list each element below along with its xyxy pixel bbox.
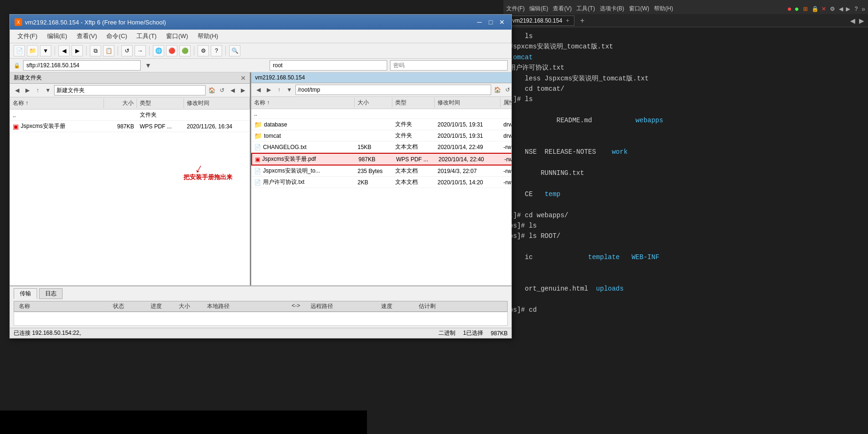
r-readme-name: Jspxcms安装说明_to... bbox=[263, 167, 320, 175]
tb-forward-btn[interactable]: ▶ bbox=[72, 45, 83, 56]
tb-paste-btn[interactable]: 📋 bbox=[103, 45, 114, 56]
menu-tools[interactable]: 工具(T) bbox=[133, 31, 160, 41]
term-icon-2[interactable]: ● bbox=[795, 5, 799, 13]
tb-back-btn[interactable]: ◀ bbox=[58, 45, 70, 56]
right-path-input[interactable] bbox=[295, 85, 491, 95]
left-arrow-prev[interactable]: ◀ bbox=[228, 86, 237, 95]
term-menu-edit[interactable]: 编辑(E) bbox=[529, 5, 548, 13]
transfer-col-progress: 进度 bbox=[148, 302, 176, 310]
term-icon-7[interactable]: ◀ bbox=[839, 6, 843, 12]
r-license-date: 2020/10/15, 14:20 bbox=[435, 179, 501, 186]
menu-edit[interactable]: 编辑(E) bbox=[43, 31, 71, 41]
left-file-row-pdf[interactable]: ▣ Jspxcms安装手册 987KB WPS PDF ... 2020/11/… bbox=[10, 121, 250, 132]
new-tab-btn[interactable]: + bbox=[580, 16, 584, 25]
left-panel-tab[interactable]: 新建文件夹 ✕ bbox=[10, 72, 250, 84]
xftp-addr-bar: 🔒 ▼ bbox=[10, 59, 511, 72]
menu-view[interactable]: 查看(V) bbox=[73, 31, 101, 41]
term-menu-tab[interactable]: 选项卡(B) bbox=[600, 5, 624, 13]
tb-settings-btn[interactable]: ⚙ bbox=[198, 45, 209, 56]
right-row-readme[interactable]: 📄 Jspxcms安装说明_to... 235 Bytes 文本文档 2019/… bbox=[251, 166, 511, 177]
tb-sep-3 bbox=[118, 46, 118, 55]
tb-new-btn[interactable]: 📄 bbox=[14, 45, 25, 56]
right-up-btn[interactable]: ↑ bbox=[275, 86, 283, 94]
right-panel-tab[interactable]: vm2192.168.50.154 ✕ bbox=[251, 72, 511, 83]
left-path-input[interactable] bbox=[54, 85, 206, 95]
right-row-license[interactable]: 📄 用户许可协议.txt 2KB 文本文档 2020/10/15, 14:20 … bbox=[251, 177, 511, 188]
right-row-changelog[interactable]: 📄 CHANGELOG.txt 15KB 文本文档 2020/10/14, 22… bbox=[251, 142, 511, 153]
left-arrow-next[interactable]: ▶ bbox=[239, 86, 247, 95]
left-file-row-dotdot[interactable]: .. 文件夹 bbox=[10, 110, 250, 121]
term-line-15: ps]# ls ROOT/ bbox=[509, 231, 862, 241]
left-dropdown-btn[interactable]: ▼ bbox=[44, 86, 52, 95]
tb-help-btn[interactable]: ? bbox=[211, 45, 222, 56]
right-home-btn[interactable]: 🏠 bbox=[493, 86, 502, 94]
term-tab-prev[interactable]: ◀ bbox=[850, 17, 855, 24]
terminal-tab-active[interactable]: vm2192.168.50.154 + bbox=[507, 16, 574, 26]
tb-globe-btn[interactable]: 🌐 bbox=[153, 45, 164, 56]
minimize-button[interactable]: ─ bbox=[475, 17, 484, 27]
menu-window[interactable]: 窗口(W) bbox=[162, 31, 192, 41]
term-icon-help[interactable]: ? bbox=[855, 6, 858, 12]
menu-command[interactable]: 命令(C) bbox=[103, 31, 131, 41]
term-menu-file[interactable]: 文件(F) bbox=[506, 5, 525, 13]
term-menu-window[interactable]: 窗口(W) bbox=[629, 5, 649, 13]
left-back-btn[interactable]: ◀ bbox=[13, 86, 21, 95]
left-tab-close[interactable]: ✕ bbox=[240, 74, 246, 82]
term-icon-5[interactable]: ✕ bbox=[821, 6, 826, 12]
terminal-tab-close[interactable]: + bbox=[566, 17, 569, 24]
left-up-btn[interactable]: ↑ bbox=[33, 86, 42, 95]
menu-help[interactable]: 帮助(H) bbox=[194, 31, 222, 41]
password-input[interactable] bbox=[390, 60, 508, 71]
r-pdf-name-cell: ▣ Jspxcms安装手册.pdf bbox=[252, 155, 356, 164]
right-row-dotdot[interactable]: .. bbox=[251, 109, 511, 119]
right-row-database[interactable]: 📁 database 文件夹 2020/10/15, 19:31 drwx bbox=[251, 119, 511, 130]
tb-copy-btn[interactable]: ⧉ bbox=[90, 45, 101, 56]
right-forward-btn[interactable]: ▶ bbox=[264, 86, 273, 94]
term-expand-icon[interactable]: » bbox=[861, 5, 865, 13]
r-dotdot-name: .. bbox=[251, 110, 355, 118]
term-menu-help[interactable]: 帮助(H) bbox=[654, 5, 673, 13]
xftp-title: vm2192.168.50.154 - Xftp 6 (Free for Hom… bbox=[25, 19, 166, 26]
xftp-toolbar: 📄 📁 ▼ ◀ ▶ ⧉ 📋 ↺ → 🌐 🔴 🟢 ⚙ ? 🔍 bbox=[10, 43, 511, 59]
r-pdf-attr: -rw-r bbox=[502, 156, 511, 163]
term-icon-6[interactable]: ⚙ bbox=[830, 6, 835, 12]
term-menu-tools[interactable]: 工具(T) bbox=[576, 5, 595, 13]
addr-input[interactable] bbox=[23, 60, 141, 71]
maximize-button[interactable]: □ bbox=[486, 17, 495, 27]
selected-count: 1已选择 bbox=[463, 329, 483, 337]
left-home-btn[interactable]: 🏠 bbox=[207, 86, 216, 95]
left-refresh-btn[interactable]: ↺ bbox=[218, 86, 226, 95]
right-row-manual-pdf[interactable]: ▣ Jspxcms安装手册.pdf 987KB WPS PDF ... 2020… bbox=[251, 153, 511, 166]
menu-file[interactable]: 文件(F) bbox=[14, 31, 41, 41]
tb-open-btn[interactable]: 📁 bbox=[27, 45, 38, 56]
tb-dropdown-btn[interactable]: ▼ bbox=[40, 45, 51, 56]
left-forward-btn[interactable]: ▶ bbox=[23, 86, 32, 95]
term-icon-8[interactable]: ▶ bbox=[846, 6, 850, 12]
tb-arrow-btn[interactable]: → bbox=[135, 45, 146, 56]
right-back-btn[interactable]: ◀ bbox=[254, 86, 263, 94]
transfer-col-local: 本地路径 bbox=[204, 302, 289, 310]
log-tab[interactable]: 日志 bbox=[39, 288, 63, 299]
right-row-tomcat[interactable]: 📁 tomcat 文件夹 2020/10/15, 19:31 drwx bbox=[251, 130, 511, 142]
term-icon-4[interactable]: 🔒 bbox=[812, 6, 819, 12]
r-tomcat-size bbox=[355, 135, 392, 136]
user-input[interactable] bbox=[270, 60, 387, 71]
tb-sep-5 bbox=[194, 46, 194, 55]
tb-sep-2 bbox=[86, 46, 87, 55]
transfer-tab-active[interactable]: 传输 bbox=[14, 288, 37, 299]
term-icon-1[interactable]: ● bbox=[787, 5, 792, 13]
tb-search-btn[interactable]: 🔍 bbox=[229, 45, 240, 56]
term-menu-view[interactable]: 查看(V) bbox=[553, 5, 572, 13]
term-tab-next[interactable]: ▶ bbox=[859, 17, 864, 24]
tb-disconnect-btn[interactable]: 🟢 bbox=[179, 45, 191, 56]
right-refresh-btn[interactable]: ↺ bbox=[503, 86, 511, 94]
col-size-label: 大小 bbox=[104, 98, 137, 108]
close-button[interactable]: ✕ bbox=[497, 17, 507, 27]
term-icon-3[interactable]: ⊞ bbox=[803, 6, 808, 12]
xftp-menu-bar: 文件(F) 编辑(E) 查看(V) 命令(C) 工具(T) 窗口(W) 帮助(H… bbox=[10, 30, 511, 43]
tb-connect-btn[interactable]: 🔴 bbox=[166, 45, 177, 56]
addr-dropdown-btn[interactable]: ▼ bbox=[143, 61, 153, 70]
r-pdf-date: 2020/10/14, 22:40 bbox=[436, 156, 502, 163]
right-dropdown-btn[interactable]: ▼ bbox=[285, 86, 294, 94]
tb-refresh-btn[interactable]: ↺ bbox=[121, 45, 133, 56]
